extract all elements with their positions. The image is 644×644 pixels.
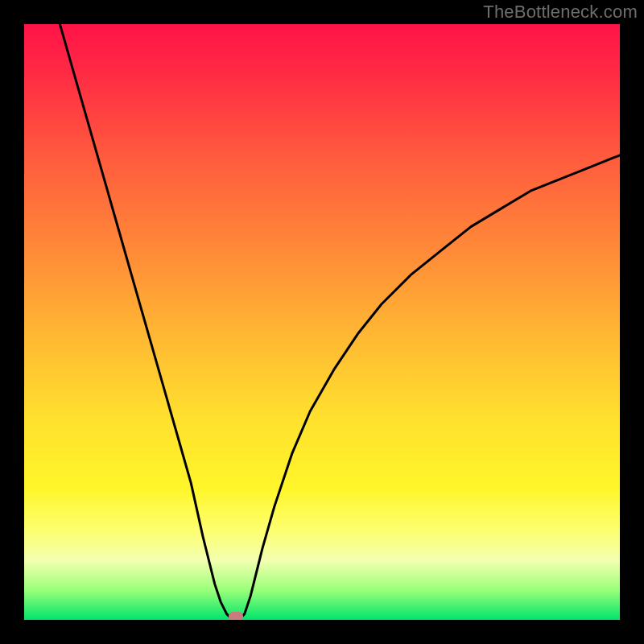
minimum-marker (229, 612, 243, 620)
chart-frame: TheBottleneck.com (0, 0, 644, 644)
bottleneck-curve (60, 24, 620, 620)
watermark-text: TheBottleneck.com (483, 2, 638, 23)
curve-layer (24, 24, 620, 620)
plot-area (24, 24, 620, 620)
